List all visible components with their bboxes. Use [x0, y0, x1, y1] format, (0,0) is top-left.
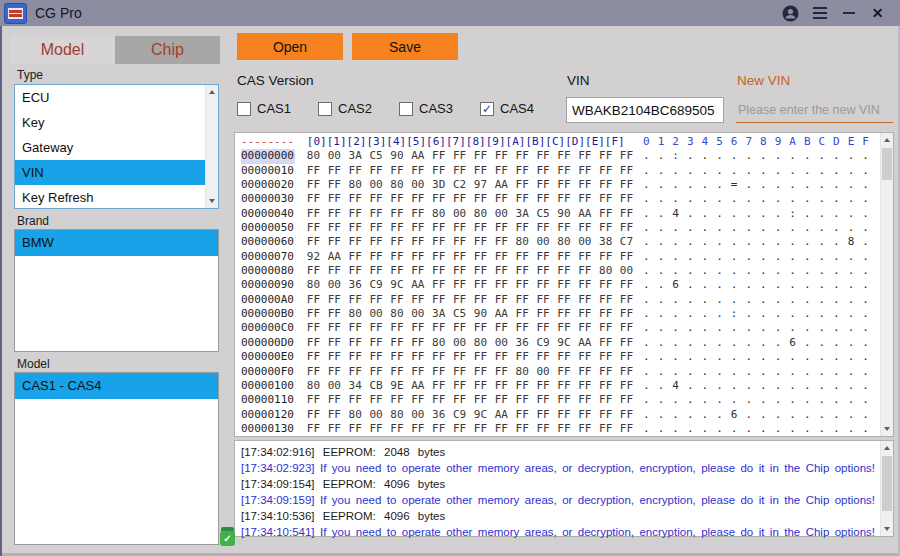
hex-row[interactable]: 0000000080 00 3A C5 90 AA FF FF FF FF FF… [241, 149, 877, 163]
checkbox-cas3[interactable]: CAS3 [399, 101, 480, 116]
close-button[interactable]: ✕ [863, 0, 892, 26]
save-button[interactable]: Save [352, 33, 458, 60]
type-list-scrollbar[interactable] [205, 85, 218, 208]
hex-address: 00000040 [241, 207, 295, 221]
list-item-bmw[interactable]: BMW [15, 230, 218, 256]
checkbox-unchecked-icon[interactable] [399, 102, 413, 116]
hex-address: 000000D0 [241, 336, 295, 350]
hex-ascii: ......6......... [643, 408, 877, 422]
scroll-down-icon[interactable] [881, 522, 893, 536]
log-timestamp: [17:34:10:541] [241, 526, 315, 538]
type-listbox: ECUKeyGatewayVINKey Refresh [14, 84, 219, 209]
hex-ascii: ..4............. [643, 379, 877, 393]
hex-row[interactable]: 0000010080 00 34 CB 9E AA FF FF FF FF FF… [241, 379, 877, 393]
checkbox-cas4[interactable]: ✓CAS4 [480, 101, 561, 116]
log-scroll-thumb[interactable] [882, 456, 892, 511]
hex-row[interactable]: 000000A0FF FF FF FF FF FF FF FF FF FF FF… [241, 293, 877, 307]
scroll-down-icon[interactable] [881, 422, 893, 436]
log-timestamp: [17:34:10:536] [241, 510, 315, 522]
hex-bytes: FF FF FF FF FF FF FF FF FF FF FF FF FF F… [307, 221, 643, 235]
checkbox-cas1[interactable]: CAS1 [237, 101, 318, 116]
sidebar-tabs: Model Chip [10, 36, 220, 64]
hex-row[interactable]: 000000C0FF FF FF FF FF FF FF FF FF FF FF… [241, 321, 877, 335]
hex-ascii: ................ [643, 350, 877, 364]
hex-row[interactable]: 00000010FF FF FF FF FF FF FF FF FF FF FF… [241, 164, 877, 178]
checkbox-checked-icon[interactable]: ✓ [480, 102, 494, 116]
hex-row[interactable]: 00000080FF FF FF FF FF FF FF FF FF FF FF… [241, 264, 877, 278]
brand-label: Brand [17, 214, 49, 228]
account-icon[interactable] [776, 0, 805, 26]
scroll-up-icon[interactable] [881, 133, 893, 147]
list-item-key-refresh[interactable]: Key Refresh [15, 185, 205, 209]
list-item-ecu[interactable]: ECU [15, 85, 205, 110]
hex-row[interactable]: 000000F0FF FF FF FF FF FF FF FF FF FF 80… [241, 365, 877, 379]
hex-row[interactable]: 00000130FF FF FF FF FF FF FF FF FF FF FF… [241, 422, 877, 436]
hex-address: 00000010 [241, 164, 295, 178]
list-item-gateway[interactable]: Gateway [15, 135, 205, 160]
hex-bytes: FF FF FF FF FF FF FF FF FF FF FF FF FF F… [307, 350, 643, 364]
hex-address: 000000A0 [241, 293, 295, 307]
scroll-down-icon[interactable] [206, 194, 218, 208]
hex-bytes: FF FF FF FF FF FF FF FF FF FF FF FF FF F… [307, 321, 643, 335]
vin-input[interactable] [566, 97, 724, 123]
status-ok-icon: ✓ [220, 527, 235, 547]
list-item-key[interactable]: Key [15, 110, 205, 135]
hex-scroll-thumb[interactable] [882, 148, 892, 180]
hex-row[interactable]: 00000040FF FF FF FF FF FF 80 00 80 00 3A… [241, 207, 877, 221]
hex-bytes: 80 00 3A C5 90 AA FF FF FF FF FF FF FF F… [307, 149, 643, 163]
tab-model[interactable]: Model [10, 36, 115, 64]
hex-address: -------- [241, 135, 295, 149]
log-scrollbar[interactable] [880, 441, 893, 536]
new-vin-input[interactable] [736, 97, 893, 123]
hex-bytes: FF FF FF FF FF FF FF FF FF FF FF FF FF F… [307, 164, 643, 178]
log-message: If you need to operate other memory area… [320, 462, 875, 474]
hex-ascii: ..........6..... [643, 336, 877, 350]
hex-address: 00000120 [241, 408, 295, 422]
scroll-up-icon[interactable] [206, 85, 218, 99]
hex-ascii: ................ [643, 192, 877, 206]
window-controls: ✕ [776, 0, 900, 26]
hex-ascii: ................ [643, 365, 877, 379]
hex-row[interactable]: 00000030FF FF FF FF FF FF FF FF FF FF FF… [241, 192, 877, 206]
hex-address: 00000080 [241, 264, 295, 278]
hex-bytes: FF FF 80 00 80 00 3D C2 97 AA FF FF FF F… [307, 178, 643, 192]
log-message: If you need to operate other memory area… [320, 526, 875, 538]
hex-ascii: ................ [643, 221, 877, 235]
hex-row[interactable]: 000000E0FF FF FF FF FF FF FF FF FF FF FF… [241, 350, 877, 364]
tab-chip[interactable]: Chip [115, 36, 220, 64]
hex-row[interactable]: 00000020FF FF 80 00 80 00 3D C2 97 AA FF… [241, 178, 877, 192]
hex-address: 00000070 [241, 250, 295, 264]
hex-scrollbar[interactable] [880, 133, 893, 436]
hex-row[interactable]: 0000007092 AA FF FF FF FF FF FF FF FF FF… [241, 250, 877, 264]
log-timestamp: [17:34:02:916] [241, 446, 315, 458]
list-item-cas1-cas4[interactable]: CAS1 - CAS4 [15, 373, 218, 399]
hex-address: 00000060 [241, 235, 295, 249]
checkbox-unchecked-icon[interactable] [237, 102, 251, 116]
minimize-button[interactable] [834, 0, 863, 26]
hex-row[interactable]: 000000D0FF FF FF FF FF FF 80 00 80 00 36… [241, 336, 877, 350]
scroll-up-icon[interactable] [881, 441, 893, 455]
cas-checkbox-row: CAS1CAS2CAS3✓CAS4 [237, 101, 561, 116]
hex-bytes: FF FF FF FF FF FF 80 00 80 00 3A C5 90 A… [307, 207, 643, 221]
vin-label: VIN [567, 73, 590, 88]
hex-row[interactable]: 00000050FF FF FF FF FF FF FF FF FF FF FF… [241, 221, 877, 235]
checkbox-unchecked-icon[interactable] [318, 102, 332, 116]
open-button[interactable]: Open [237, 33, 343, 60]
hex-address: 000000E0 [241, 350, 295, 364]
hex-ascii: ..6............. [643, 278, 877, 292]
list-item-vin[interactable]: VIN [15, 160, 205, 185]
checkbox-cas2[interactable]: CAS2 [318, 101, 399, 116]
hex-row[interactable]: 0000009080 00 36 C9 9C AA FF FF FF FF FF… [241, 278, 877, 292]
hex-bytes: FF FF FF FF FF FF FF FF FF FF FF FF FF F… [307, 393, 643, 407]
menu-icon[interactable] [805, 0, 834, 26]
hex-ascii: ................ [643, 250, 877, 264]
new-vin-label: New VIN [737, 73, 790, 88]
checkbox-label: CAS3 [419, 101, 453, 116]
hex-row[interactable]: 00000110FF FF FF FF FF FF FF FF FF FF FF… [241, 393, 877, 407]
hex-row[interactable]: 000000B0FF FF 80 00 80 00 3A C5 90 AA FF… [241, 307, 877, 321]
log-entry: [17:34:09:159] If you need to operate ot… [241, 492, 875, 508]
hex-row[interactable]: 00000060FF FF FF FF FF FF FF FF FF FF 80… [241, 235, 877, 249]
hex-bytes: FF FF FF FF FF FF FF FF FF FF FF FF FF F… [307, 192, 643, 206]
hex-row[interactable]: 00000120FF FF 80 00 80 00 36 C9 9C AA FF… [241, 408, 877, 422]
hex-ascii: ......=......... [643, 178, 877, 192]
